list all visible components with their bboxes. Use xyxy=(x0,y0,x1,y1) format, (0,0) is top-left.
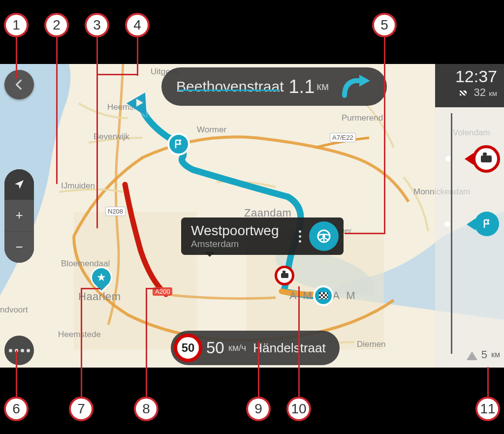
remaining-distance: 32 xyxy=(474,86,486,98)
next-distance-unit: км xyxy=(316,80,329,93)
route-bar-camera[interactable] xyxy=(472,145,500,173)
current-speed-unit: км/ч xyxy=(228,342,247,353)
city-beverwijk: Beverwijk xyxy=(94,132,129,142)
drive-here-button[interactable] xyxy=(309,221,339,251)
next-street-label: Beethovenstraat xyxy=(176,78,284,95)
city-haarlem: Haarlem xyxy=(78,290,121,303)
arrival-info-panel[interactable]: 12:37 32 км xyxy=(435,64,504,107)
road-shield-a7e22: A7/E22 xyxy=(330,133,356,142)
route-bar-track xyxy=(451,113,452,354)
zoom-in-button[interactable]: + xyxy=(4,200,34,232)
city-diemen: Diemen xyxy=(357,340,386,349)
location-arrow-icon xyxy=(13,179,25,190)
instruction-panel[interactable]: Beethovenstraat 1.1 км xyxy=(161,67,387,106)
back-button[interactable] xyxy=(4,70,34,99)
arrival-time: 12:37 xyxy=(442,67,497,86)
road-shield-n208: N208 xyxy=(105,207,126,216)
callout-8: 8 xyxy=(134,397,158,421)
next-distance-value: 1.1 xyxy=(288,76,315,97)
plus-icon: + xyxy=(15,208,23,223)
callout-9: 9 xyxy=(246,397,271,421)
current-speed-value: 50 xyxy=(206,339,224,357)
zoom-panel: + − xyxy=(4,169,34,263)
callout-5: 5 xyxy=(372,13,397,37)
city-zandvoort: ndvoort xyxy=(0,305,28,315)
destination-marker[interactable] xyxy=(313,285,334,306)
callout-1: 1 xyxy=(4,13,29,37)
north-arrow-icon xyxy=(467,346,477,360)
speed-camera-marker[interactable] xyxy=(275,266,294,285)
route-bar-waypoint[interactable] xyxy=(474,212,499,236)
route-start-marker[interactable] xyxy=(167,133,190,155)
recenter-button[interactable] xyxy=(4,169,34,200)
city-ijmuiden: IJmuiden xyxy=(61,181,95,191)
callout-11: 11 xyxy=(475,397,500,421)
svg-point-3 xyxy=(322,235,325,238)
dots-icon xyxy=(9,349,30,352)
callout-3: 3 xyxy=(85,13,109,37)
speed-panel[interactable]: 50 50 км/ч Händelstraat xyxy=(171,331,340,365)
remaining-distance-unit: км xyxy=(489,89,497,97)
minus-icon: − xyxy=(15,240,23,255)
steering-wheel-icon xyxy=(316,228,332,244)
city-heemstede: Heemstede xyxy=(58,330,101,340)
camera-icon xyxy=(281,273,288,278)
checkered-flag-icon xyxy=(319,292,328,299)
callout-7: 7 xyxy=(69,397,94,421)
selected-location-title: Westpoortweg xyxy=(191,223,279,239)
turn-right-icon xyxy=(341,74,372,99)
main-menu-button[interactable] xyxy=(4,336,34,365)
city-purmerend: Purmerend xyxy=(342,113,383,123)
star-icon: ★ xyxy=(96,271,106,284)
callout-2: 2 xyxy=(44,13,69,37)
map-canvas[interactable]: Uitgees Heemsk Beverwijk IJmuiden Bloeme… xyxy=(0,64,504,368)
city-wormer: Wormer xyxy=(197,125,226,135)
camera-icon xyxy=(481,155,492,162)
zoom-out-button[interactable]: − xyxy=(4,232,34,263)
current-street-label: Händelstraat xyxy=(253,341,325,356)
checkered-flag-icon xyxy=(460,91,467,95)
route-bar-scale: 5км xyxy=(467,346,500,363)
flag-icon xyxy=(482,219,492,229)
selected-location-popup[interactable]: Westpoortweg Amsterdam xyxy=(181,217,344,255)
selected-location-subtitle: Amsterdam xyxy=(191,239,279,249)
location-more-button[interactable] xyxy=(299,230,309,243)
route-bar[interactable]: 12:37 32 км 5км xyxy=(435,64,504,368)
chevron-left-icon xyxy=(13,78,26,91)
callout-10: 10 xyxy=(286,397,311,421)
flag-icon xyxy=(174,139,184,149)
callout-6: 6 xyxy=(4,397,29,421)
speed-limit-sign: 50 xyxy=(174,334,202,362)
callout-4: 4 xyxy=(125,13,150,37)
